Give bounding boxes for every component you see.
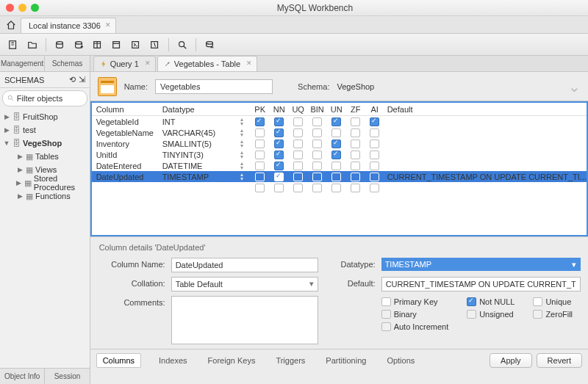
checkbox[interactable] bbox=[293, 173, 303, 181]
checkbox[interactable] bbox=[293, 151, 303, 159]
stepper-icon[interactable]: ▴▾ bbox=[240, 173, 251, 181]
checkbox[interactable] bbox=[274, 128, 284, 137]
schema-fruitshop[interactable]: ▶🗄FruitShop bbox=[0, 110, 90, 123]
checkbox[interactable] bbox=[331, 140, 341, 148]
reconnect-icon[interactable] bbox=[201, 36, 218, 54]
minimize-window-button[interactable] bbox=[18, 4, 26, 12]
checkbox[interactable] bbox=[351, 117, 360, 126]
checkbox[interactable] bbox=[293, 162, 303, 170]
schema-filter[interactable]: Filter objects bbox=[2, 90, 87, 106]
datatype-select[interactable]: TIMESTAMP bbox=[381, 258, 581, 271]
chevron-down-icon[interactable]: ▼ bbox=[3, 140, 10, 147]
checkbox[interactable] bbox=[255, 173, 265, 181]
checkbox[interactable] bbox=[312, 140, 322, 148]
checkbox[interactable] bbox=[370, 173, 379, 181]
checkbox[interactable] bbox=[351, 173, 360, 181]
close-icon[interactable]: ✕ bbox=[105, 21, 111, 29]
sidebar-tab-schemas[interactable]: Schemas bbox=[45, 56, 89, 71]
schema-vegeshop[interactable]: ▼🗄VegeShop bbox=[0, 137, 90, 150]
columns-grid[interactable]: Column Datatype PK NN UQ BIN UN ZF AI De… bbox=[90, 101, 588, 236]
collation-select[interactable]: Table Default bbox=[171, 277, 318, 291]
chevron-right-icon[interactable]: ▶ bbox=[3, 126, 10, 134]
column-row[interactable]: DateUpdatedTIMESTAMP▴▾CURRENT_TIMESTAMP … bbox=[92, 171, 587, 182]
checkbox[interactable] bbox=[351, 128, 360, 137]
checkbox[interactable] bbox=[274, 173, 284, 181]
checkbox[interactable] bbox=[370, 117, 379, 126]
checkbox[interactable] bbox=[255, 140, 265, 148]
bottom-tab-indexes[interactable]: Indexes bbox=[156, 354, 190, 367]
stepper-icon[interactable]: ▴▾ bbox=[240, 117, 251, 126]
revert-button[interactable]: Revert bbox=[537, 353, 582, 368]
search-icon[interactable] bbox=[173, 36, 191, 54]
tree-tables[interactable]: ▶▦Tables bbox=[0, 150, 90, 163]
checkbox[interactable] bbox=[293, 140, 303, 148]
checkbox[interactable] bbox=[293, 117, 303, 126]
refresh-icon[interactable]: ⟲ bbox=[69, 75, 76, 84]
create-table-icon[interactable] bbox=[89, 36, 107, 54]
column-row[interactable]: DateEnteredDATETIME▴▾ bbox=[92, 160, 587, 171]
session-tab[interactable]: Session bbox=[45, 369, 89, 384]
stepper-icon[interactable]: ▴▾ bbox=[240, 151, 251, 159]
tree-stored-procedures[interactable]: ▶▦Stored Procedures bbox=[0, 176, 90, 189]
table-name-input[interactable] bbox=[155, 79, 273, 94]
home-icon[interactable] bbox=[3, 17, 19, 33]
new-column-row[interactable] bbox=[92, 182, 587, 193]
checkbox[interactable] bbox=[370, 162, 379, 170]
checkbox[interactable] bbox=[293, 128, 303, 137]
close-window-button[interactable] bbox=[6, 4, 14, 12]
checkbox[interactable] bbox=[255, 151, 265, 159]
create-function-icon[interactable] bbox=[146, 36, 164, 54]
chevron-right-icon[interactable]: ▶ bbox=[16, 179, 22, 186]
checkbox[interactable] bbox=[351, 162, 360, 170]
checkbox[interactable] bbox=[331, 173, 341, 181]
stepper-icon[interactable]: ▴▾ bbox=[240, 140, 251, 148]
connection-tab[interactable]: Local instance 3306 ✕ bbox=[21, 18, 116, 33]
chevron-right-icon[interactable]: ▶ bbox=[16, 153, 24, 160]
zoom-window-button[interactable] bbox=[31, 4, 39, 12]
sidebar-tab-management[interactable]: Management bbox=[0, 56, 45, 71]
create-view-icon[interactable] bbox=[108, 36, 126, 54]
stepper-icon[interactable]: ▴▾ bbox=[240, 128, 251, 137]
checkbox[interactable] bbox=[370, 151, 379, 159]
checkbox[interactable] bbox=[331, 117, 341, 126]
comments-textarea[interactable] bbox=[171, 296, 318, 344]
flag-not-null[interactable]: Not NULL bbox=[467, 297, 523, 306]
editor-tab-query1[interactable]: Query 1 ✕ bbox=[93, 56, 156, 71]
checkbox[interactable] bbox=[312, 117, 322, 126]
flag-unique[interactable]: Unique bbox=[533, 297, 581, 306]
chevron-right-icon[interactable]: ▶ bbox=[16, 166, 24, 173]
checkbox[interactable] bbox=[255, 117, 265, 126]
stepper-icon[interactable]: ▴▾ bbox=[240, 162, 251, 170]
editor-tab-vegetables[interactable]: Vegetables - Table ✕ bbox=[157, 56, 257, 71]
close-icon[interactable]: ✕ bbox=[145, 59, 151, 67]
object-info-tab[interactable]: Object Info bbox=[0, 369, 45, 384]
create-schema-icon[interactable] bbox=[70, 36, 87, 54]
checkbox[interactable] bbox=[255, 128, 265, 137]
checkbox[interactable] bbox=[331, 151, 341, 159]
checkbox[interactable] bbox=[312, 151, 322, 159]
default-input[interactable] bbox=[381, 277, 581, 291]
column-name-input[interactable] bbox=[171, 258, 318, 272]
checkbox[interactable] bbox=[274, 117, 284, 126]
checkbox[interactable] bbox=[312, 162, 322, 170]
bottom-tab-partitioning[interactable]: Partitioning bbox=[323, 354, 369, 367]
checkbox[interactable] bbox=[351, 140, 360, 148]
inspector-icon[interactable] bbox=[51, 36, 68, 54]
column-row[interactable]: VegetableNameVARCHAR(45)▴▾ bbox=[92, 127, 587, 138]
expand-icon[interactable]: ⇲ bbox=[79, 75, 85, 84]
checkbox[interactable] bbox=[255, 162, 265, 170]
column-row[interactable]: InventorySMALLINT(5)▴▾ bbox=[92, 138, 587, 149]
bottom-tab-foreign-keys[interactable]: Foreign Keys bbox=[205, 354, 259, 367]
apply-button[interactable]: Apply bbox=[490, 353, 532, 368]
new-sql-tab-icon[interactable] bbox=[4, 36, 22, 54]
checkbox[interactable] bbox=[331, 128, 341, 137]
chevron-right-icon[interactable]: ▶ bbox=[16, 192, 24, 200]
bottom-tab-triggers[interactable]: Triggers bbox=[273, 354, 308, 367]
open-file-icon[interactable] bbox=[24, 36, 41, 54]
checkbox[interactable] bbox=[312, 128, 322, 137]
schema-test[interactable]: ▶🗄test bbox=[0, 123, 90, 137]
checkbox[interactable] bbox=[370, 128, 379, 137]
flag-primary-key[interactable]: Primary Key bbox=[381, 297, 457, 306]
checkbox[interactable] bbox=[331, 162, 341, 170]
checkbox[interactable] bbox=[274, 140, 284, 148]
